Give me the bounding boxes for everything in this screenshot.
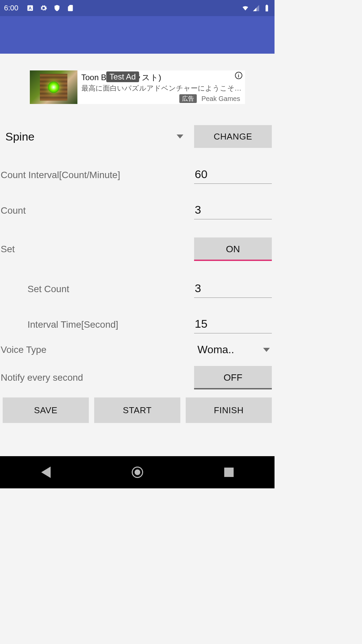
set-toggle[interactable]: ON <box>194 237 272 261</box>
notify-label: Notify every second <box>0 372 83 383</box>
count-interval-label: Count Interval[Count/Minute] <box>0 170 120 180</box>
ad-body: Toon B ーンブラスト) Test Ad 最高に面白いパズルアドベンチャーに… <box>77 70 245 104</box>
set-label: Set <box>0 244 15 255</box>
svg-text:A: A <box>28 6 32 11</box>
sd-card-icon <box>67 4 74 12</box>
battery-icon <box>263 4 270 12</box>
home-icon <box>132 467 143 478</box>
action-row: SAVE START FINISH <box>0 397 275 423</box>
chevron-down-icon <box>263 348 270 352</box>
interval-time-label: Interval Time[Second] <box>0 319 118 330</box>
change-button[interactable]: CHANGE <box>194 125 272 148</box>
notify-toggle[interactable]: OFF <box>194 366 272 389</box>
recent-icon <box>224 468 234 477</box>
status-right <box>242 4 270 12</box>
ad-info-icon[interactable]: i <box>235 72 242 79</box>
voice-type-label: Voice Type <box>0 344 46 355</box>
set-count-input[interactable] <box>194 280 272 298</box>
ad-subtitle: 最高に面白いパズルアドベンチャーにようこそ… <box>81 84 242 93</box>
chevron-down-icon <box>177 135 183 139</box>
back-icon <box>41 467 51 478</box>
ad-banner-wrap: Toon B ーンブラスト) Test Ad 最高に面白いパズルアドベンチャーに… <box>0 70 275 104</box>
voice-type-spinner[interactable]: Woma.. <box>194 343 272 356</box>
exercise-spinner-value: Spine <box>5 130 35 143</box>
status-bar: 6:00 A <box>0 0 275 16</box>
count-label: Count <box>0 205 26 216</box>
app-bar <box>0 16 275 54</box>
exercise-spinner[interactable]: Spine <box>0 125 194 148</box>
keyboard-icon: A <box>26 4 34 12</box>
save-button[interactable]: SAVE <box>3 397 89 423</box>
content: Toon B ーンブラスト) Test Ad 最高に面白いパズルアドベンチャーに… <box>0 54 275 456</box>
ad-test-label: Test Ad <box>106 71 139 82</box>
ad-banner[interactable]: Toon B ーンブラスト) Test Ad 最高に面白いパズルアドベンチャーに… <box>30 70 245 104</box>
voice-type-value: Woma.. <box>197 343 263 356</box>
interval-time-input[interactable] <box>194 316 272 333</box>
nav-back-button[interactable] <box>36 462 56 482</box>
wifi-icon <box>242 4 249 12</box>
count-input[interactable] <box>194 202 272 219</box>
cellular-icon <box>252 4 260 12</box>
set-count-label: Set Count <box>0 284 69 294</box>
status-left: 6:00 A <box>4 4 74 12</box>
count-interval-input[interactable] <box>194 166 272 184</box>
shield-icon <box>53 4 61 12</box>
ad-badge: 広告 <box>179 94 197 103</box>
settings-icon <box>40 4 47 12</box>
nav-home-button[interactable] <box>127 462 147 482</box>
ad-advertiser: Peak Games <box>201 95 240 103</box>
start-button[interactable]: START <box>94 397 180 423</box>
status-time: 6:00 <box>4 4 18 12</box>
finish-button[interactable]: FINISH <box>186 397 272 423</box>
nav-recent-button[interactable] <box>219 462 239 482</box>
navigation-bar <box>0 456 275 488</box>
settings-form: Spine CHANGE Count Interval[Count/Minute… <box>0 125 275 423</box>
ad-image <box>30 70 77 104</box>
